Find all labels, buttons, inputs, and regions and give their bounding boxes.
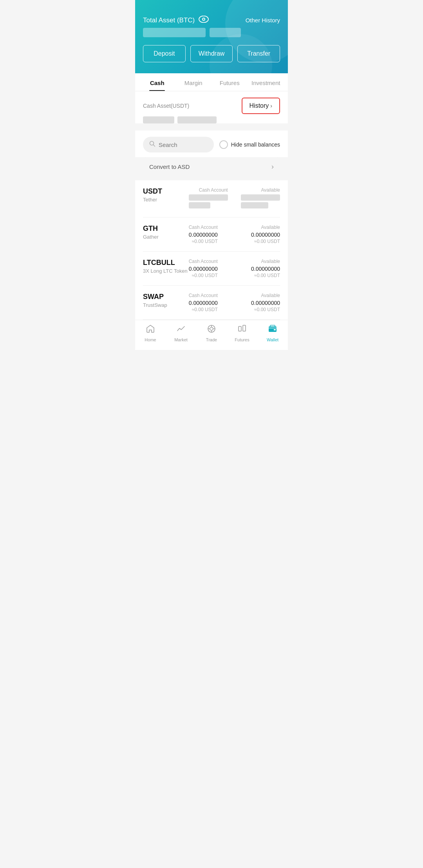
other-history-btn[interactable]: Other History: [246, 17, 280, 24]
svg-rect-14: [274, 329, 276, 330]
header-section: Total Asset (BTC) Other History Deposit …: [135, 0, 288, 73]
bottom-nav: Home Market Trade: [135, 320, 288, 350]
asset-amounts-ltcbull: Cash Account 0.00000000 ≈0.00 USDT Avail…: [189, 259, 280, 278]
tab-futures[interactable]: Futures: [212, 73, 248, 91]
available-header: Available: [241, 187, 280, 193]
available-header-gth: Available: [251, 225, 280, 230]
search-input[interactable]: [159, 141, 208, 148]
cash-account-header-gth: Cash Account: [189, 225, 218, 230]
usdt-avail-blur: [241, 194, 280, 201]
value-blur-1: [143, 116, 174, 123]
asset-amounts-swap: Cash Account 0.00000000 ≈0.00 USDT Avail…: [189, 293, 280, 312]
transfer-button[interactable]: Transfer: [237, 45, 280, 62]
asset-value-blurred: [143, 116, 280, 123]
header-title: Total Asset (BTC): [143, 16, 195, 24]
usdt-avail-blur-2: [241, 202, 268, 208]
action-buttons: Deposit Withdraw Transfer: [143, 45, 280, 62]
gth-avail-usdt: ≈0.00 USDT: [251, 239, 280, 244]
balance-blur-secondary: [210, 28, 241, 37]
tab-margin[interactable]: Margin: [175, 73, 212, 91]
available-col-ltcbull: Available 0.00000000 ≈0.00 USDT: [251, 259, 280, 278]
ltcbull-cash-value: 0.00000000: [189, 266, 218, 272]
cash-account-header-swap: Cash Account: [189, 293, 218, 298]
cash-account-header: Cash Account: [189, 187, 228, 193]
nav-home[interactable]: Home: [135, 324, 166, 342]
list-item[interactable]: SWAP TrustSwap Cash Account 0.00000000 ≈…: [143, 286, 280, 320]
hide-balances-row[interactable]: Hide small balances: [219, 140, 280, 149]
asset-amounts-usdt: Cash Account Available: [189, 187, 280, 210]
hide-balances-toggle[interactable]: [219, 140, 228, 149]
asset-list: USDT Tether Cash Account Available GTH G…: [135, 180, 288, 320]
nav-market[interactable]: Market: [166, 324, 196, 342]
available-col-usdt: Available: [241, 187, 280, 210]
asset-symbol-ltcbull: LTCBULL: [143, 259, 189, 267]
home-icon: [146, 324, 155, 336]
gth-cash-value: 0.00000000: [189, 232, 218, 238]
ltcbull-avail-usdt: ≈0.00 USDT: [251, 273, 280, 278]
available-col-swap: Available 0.00000000 ≈0.00 USDT: [251, 293, 280, 312]
nav-futures[interactable]: Futures: [227, 324, 257, 342]
asset-left-gth: GTH Gather: [143, 225, 189, 240]
hide-balances-label: Hide small balances: [231, 141, 280, 148]
market-icon: [176, 324, 186, 336]
nav-trade[interactable]: Trade: [196, 324, 227, 342]
cash-account-col-ltcbull: Cash Account 0.00000000 ≈0.00 USDT: [189, 259, 218, 278]
asset-symbol-gth: GTH: [143, 225, 189, 233]
available-header-ltcbull: Available: [251, 259, 280, 264]
ltcbull-avail-value: 0.00000000: [251, 266, 280, 272]
nav-futures-label: Futures: [235, 337, 249, 342]
cash-account-col-gth: Cash Account 0.00000000 ≈0.00 USDT: [189, 225, 218, 244]
futures-icon: [237, 324, 247, 336]
convert-chevron-icon: ›: [271, 163, 274, 171]
asset-name-usdt: Tether: [143, 197, 189, 203]
swap-cash-usdt: ≈0.00 USDT: [189, 307, 218, 312]
list-item[interactable]: LTCBULL 3X Long LTC Token Cash Account 0…: [143, 252, 280, 286]
svg-rect-11: [239, 326, 241, 331]
tabs-row: Cash Margin Futures Investment: [135, 73, 288, 91]
tab-cash[interactable]: Cash: [139, 73, 175, 91]
list-item[interactable]: GTH Gather Cash Account 0.00000000 ≈0.00…: [143, 217, 280, 252]
cash-account-col-usdt: Cash Account: [189, 187, 228, 210]
wallet-icon: [268, 324, 277, 336]
swap-cash-value: 0.00000000: [189, 300, 218, 306]
usdt-cash-blur: [189, 194, 228, 201]
usdt-cash-blur-2: [189, 202, 210, 208]
cash-account-header-ltcbull: Cash Account: [189, 259, 218, 264]
svg-line-4: [154, 145, 155, 147]
cash-content: Cash Asset(USDT) History ›: [135, 91, 288, 123]
asset-left-ltcbull: LTCBULL 3X Long LTC Token: [143, 259, 189, 274]
asset-amounts-gth: Cash Account 0.00000000 ≈0.00 USDT Avail…: [189, 225, 280, 244]
available-header-swap: Available: [251, 293, 280, 298]
cash-account-col-swap: Cash Account 0.00000000 ≈0.00 USDT: [189, 293, 218, 312]
gth-cash-usdt: ≈0.00 USDT: [189, 239, 218, 244]
svg-point-6: [210, 327, 213, 330]
header-top-row: Total Asset (BTC) Other History: [143, 16, 280, 25]
nav-market-label: Market: [174, 337, 188, 342]
cash-asset-row: Cash Asset(USDT) History ›: [143, 98, 280, 114]
list-item[interactable]: USDT Tether Cash Account Available: [143, 180, 280, 217]
eye-icon[interactable]: [199, 16, 209, 25]
tabs-section: Cash Margin Futures Investment: [135, 73, 288, 91]
chevron-right-icon: ›: [270, 103, 272, 109]
swap-avail-usdt: ≈0.00 USDT: [251, 307, 280, 312]
convert-text: Convert to ASD: [149, 163, 190, 170]
balance-row: [143, 28, 280, 37]
convert-bar[interactable]: Convert to ASD ›: [143, 157, 280, 176]
nav-wallet[interactable]: Wallet: [257, 324, 288, 342]
asset-left-usdt: USDT Tether: [143, 187, 189, 203]
ltcbull-cash-usdt: ≈0.00 USDT: [189, 273, 218, 278]
history-button[interactable]: History ›: [242, 98, 280, 114]
asset-name-ltcbull: 3X Long LTC Token: [143, 268, 189, 274]
available-col-gth: Available 0.00000000 ≈0.00 USDT: [251, 225, 280, 244]
deposit-button[interactable]: Deposit: [143, 45, 186, 62]
withdraw-button[interactable]: Withdraw: [190, 45, 233, 62]
asset-symbol-swap: SWAP: [143, 293, 189, 301]
gth-avail-value: 0.00000000: [251, 232, 280, 238]
trade-icon: [207, 324, 216, 336]
nav-home-label: Home: [145, 337, 156, 342]
search-box[interactable]: [143, 137, 214, 152]
search-filter-row: Hide small balances: [135, 130, 288, 157]
asset-name-swap: TrustSwap: [143, 302, 189, 308]
tab-investment[interactable]: Investment: [248, 73, 284, 91]
svg-point-2: [203, 18, 204, 20]
